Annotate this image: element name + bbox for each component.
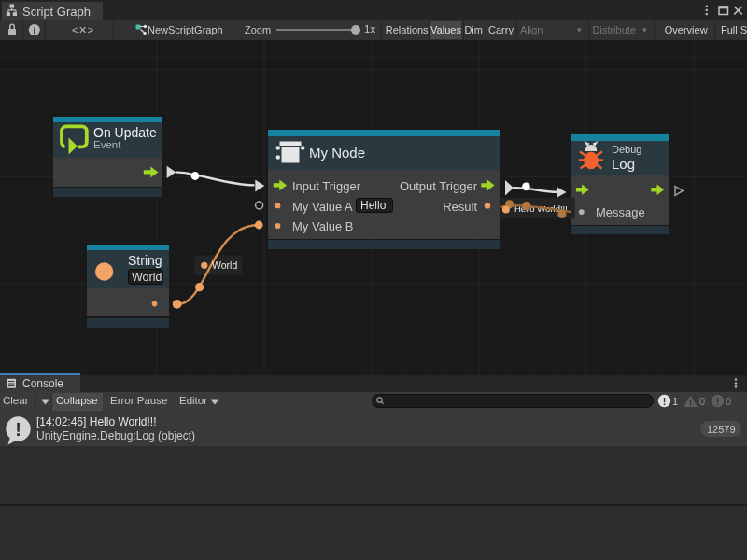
svg-text:!: ! — [716, 396, 720, 407]
svg-text:World: World — [212, 259, 237, 271]
svg-text:!: ! — [663, 396, 667, 407]
svg-text:!: ! — [689, 399, 692, 408]
svg-text:!: ! — [15, 419, 21, 440]
svg-text:i: i — [33, 25, 35, 35]
